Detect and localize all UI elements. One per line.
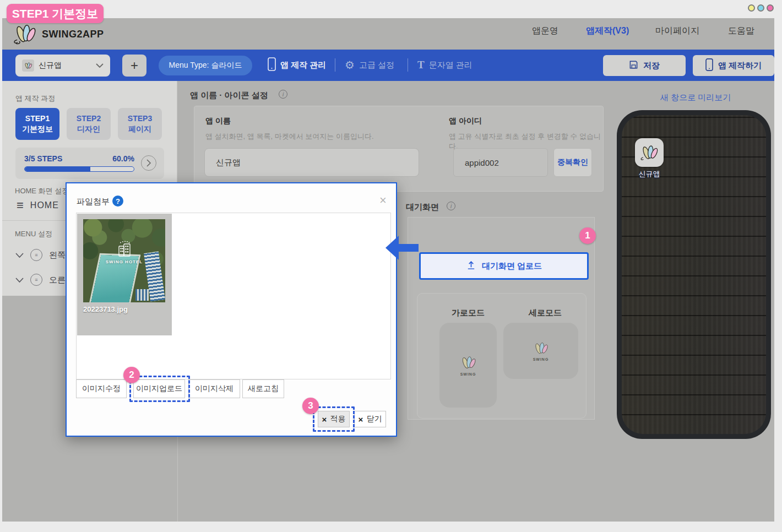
modal-title: 파일첨부: [77, 197, 110, 207]
sidebar-home-label: HOME: [30, 200, 59, 210]
build-app-button[interactable]: 앱 제작하기: [693, 55, 774, 76]
toolbar-app-manage[interactable]: 앱 제작 관리: [268, 57, 326, 73]
upload-icon: [466, 260, 476, 272]
phone-preview: 신규앱: [617, 110, 771, 439]
save-icon: [629, 60, 638, 71]
app-id-value: appid002: [465, 158, 499, 167]
sidebar-item-home[interactable]: ≡ HOME: [17, 199, 59, 211]
standby-upload-button[interactable]: 대기화면 업로드: [419, 252, 589, 280]
step1-card[interactable]: STEP1 기본정보: [15, 108, 59, 140]
app-id-input[interactable]: appid002: [453, 148, 548, 177]
nav-app-operation[interactable]: 앱운영: [532, 25, 558, 37]
app-select-dropdown[interactable]: 신규앱: [15, 55, 110, 77]
window-control-yellow[interactable]: [748, 4, 755, 12]
step3-card[interactable]: STEP3 페이지: [118, 108, 162, 140]
refresh-label: 새로고침: [248, 384, 279, 394]
annotation-step-3: 3: [302, 398, 319, 414]
image-edit-button[interactable]: 이미지수정: [76, 379, 127, 398]
text-icon: T: [417, 59, 425, 71]
save-button[interactable]: 저장: [603, 55, 686, 76]
home-section-label: HOME 화면 설정: [15, 186, 69, 196]
logo-text: SWING2APP: [42, 29, 104, 40]
image-edit-label: 이미지수정: [82, 384, 121, 394]
open-preview-link[interactable]: 새 창으로 미리보기: [660, 93, 731, 103]
image-delete-button[interactable]: 이미지삭제: [188, 379, 240, 398]
uploaded-image-thumbnail: SWING HOTEL: [83, 219, 165, 302]
preview-app-label: 신규앱: [635, 169, 664, 179]
standby-title: 대기화면: [406, 202, 439, 213]
gear-icon: ⚙: [345, 58, 355, 72]
app-name-label: 앱 이름: [205, 116, 231, 126]
add-app-button[interactable]: +: [122, 55, 146, 77]
duplicate-check-label: 중복확인: [557, 158, 588, 167]
swing-caption: SWING: [533, 357, 549, 361]
menu-type-pill[interactable]: Menu Type: 슬라이드: [159, 56, 252, 75]
standby-upload-label: 대기화면 업로드: [482, 261, 542, 272]
tutorial-step-badge: STEP1 기본정보: [7, 4, 104, 23]
app-mini-icon: [22, 59, 34, 72]
chevron-down-icon: [15, 275, 24, 285]
standby-panel: 대기화면 업로드 가로모드 세로모드 SWING SWING: [408, 217, 595, 420]
progress-card: 3/5 STEPS 60.0%: [15, 148, 164, 179]
progress-expand-button[interactable]: [141, 155, 156, 171]
step3-title: STEP3: [118, 114, 162, 123]
toolbar: 신규앱 + Menu Type: 슬라이드 앱 제작 관리 ⚙ 고급 설정 T …: [2, 50, 774, 81]
info-icon: i: [279, 90, 287, 99]
phone-icon: [268, 57, 276, 73]
pool-loungers: [135, 289, 149, 301]
window-control-pink[interactable]: [767, 4, 774, 12]
hotel-watermark-text: SWING HOTEL: [106, 259, 143, 264]
toolbar-string-manage[interactable]: T 문자열 관리: [417, 57, 473, 73]
step2-name: 디자인: [67, 124, 111, 134]
header-bar: SWING2APP 앱운영 앱제작(V3) 마이페이지 도움말: [2, 18, 774, 50]
portrait-placeholder[interactable]: SWING: [503, 323, 578, 379]
nav-help[interactable]: 도움말: [728, 25, 754, 37]
file-list-box: SWING HOTEL 20223713.jpg: [76, 213, 391, 379]
nav-my-page[interactable]: 마이페이지: [655, 25, 699, 37]
step3-name: 페이지: [118, 124, 162, 134]
phone-icon: [705, 58, 713, 73]
section-title: 앱 이름 · 아이콘 설정: [190, 90, 268, 101]
menu-type-label: Menu Type: 슬라이드: [169, 61, 242, 70]
annotation-step-2: 2: [123, 367, 140, 383]
app-select-value: 신규앱: [39, 61, 62, 70]
toolbar-divider: [408, 58, 408, 72]
refresh-button[interactable]: 새로고침: [242, 379, 284, 398]
app-name-input[interactable]: 신규앱: [204, 148, 419, 177]
phone-screen: 신규앱: [622, 115, 766, 434]
screenshot-stage: SWING2APP 앱운영 앱제작(V3) 마이페이지 도움말 신규앱 + Me…: [0, 0, 782, 532]
portrait-mode-label: 세로모드: [523, 308, 567, 318]
close-button[interactable]: × 닫기: [354, 411, 386, 427]
toolbar-advanced-settings[interactable]: ⚙ 고급 설정: [345, 57, 394, 73]
image-delete-label: 이미지삭제: [195, 384, 233, 394]
nav-app-create[interactable]: 앱제작(V3): [586, 25, 629, 37]
step1-title: STEP1: [15, 114, 59, 123]
step1-name: 기본정보: [15, 124, 59, 134]
info-icon: i: [447, 202, 455, 210]
file-attach-modal: 파일첨부 ? ×: [66, 182, 397, 437]
file-thumbnail-cell[interactable]: SWING HOTEL 20223713.jpg: [77, 214, 172, 335]
save-button-label: 저장: [643, 61, 660, 71]
duplicate-check-button[interactable]: 중복확인: [553, 148, 592, 177]
close-icon[interactable]: ×: [379, 194, 387, 207]
toolbar-app-manage-label: 앱 제작 관리: [280, 60, 326, 70]
help-icon[interactable]: ?: [112, 196, 123, 207]
process-section-label: 앱 제작 과정: [15, 94, 55, 104]
menu-list-icon: ≡: [30, 274, 42, 286]
landscape-placeholder[interactable]: SWING: [439, 323, 497, 408]
progress-steps-label: 3/5 STEPS: [24, 154, 62, 163]
window-control-blue[interactable]: [757, 4, 764, 12]
step2-card[interactable]: STEP2 디자인: [67, 108, 111, 140]
toolbar-strings-label: 문자열 관리: [429, 60, 473, 70]
plus-icon: +: [131, 58, 138, 73]
app-name-value: 신규앱: [216, 158, 241, 168]
app-name-desc: 앱 설치화면, 앱 목록, 마켓에서 보여지는 이름입니다.: [205, 132, 374, 142]
app-name-card: 앱 이름 앱 설치화면, 앱 목록, 마켓에서 보여지는 이름입니다. 신규앱 …: [194, 106, 604, 192]
app-id-label: 앱 아이디: [449, 116, 482, 126]
menu-list-icon: ≡: [30, 249, 42, 261]
file-name: 20223713.jpg: [83, 305, 128, 313]
annotation-step-1: 1: [579, 227, 596, 244]
annotation-arrow-head: [385, 236, 399, 260]
preview-app-icon[interactable]: [635, 138, 664, 167]
landscape-mode-label: 가로모드: [446, 308, 490, 318]
